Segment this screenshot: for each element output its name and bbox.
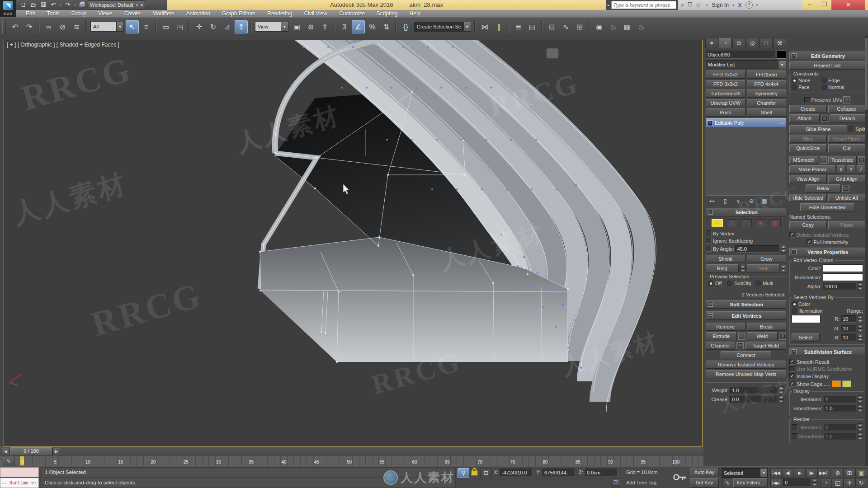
subobject-polygon-icon[interactable]: ■	[755, 219, 766, 227]
render-production-icon[interactable]: ♨	[635, 20, 648, 33]
cage-selected-color-swatch[interactable]	[842, 380, 851, 387]
g-spinner[interactable]	[858, 324, 863, 332]
make-planar-y-button[interactable]: Y	[847, 165, 855, 174]
slice-plane-button[interactable]: Slice Plane	[789, 125, 847, 133]
key-mode-dropdown[interactable]: Selected ▾	[722, 468, 768, 478]
modifier-button-push[interactable]: Push	[706, 108, 745, 117]
msmooth-button[interactable]: MSmooth	[789, 156, 818, 164]
subobject-vertex-icon[interactable]: ∴	[712, 219, 723, 227]
mini-curve-editor-button[interactable]: ∿	[3, 456, 14, 467]
full-interactivity-checkbox[interactable]: ✓	[807, 239, 812, 245]
by-vertex-checkbox[interactable]	[706, 230, 712, 236]
tab-utilities-icon[interactable]: ⚒	[773, 38, 786, 48]
search-input[interactable]	[611, 1, 676, 9]
modifier-list-dropdown[interactable]: Modifier List▾	[706, 60, 786, 69]
select-by-name-icon[interactable]: ≡	[140, 20, 153, 33]
make-planar-x-button[interactable]: X	[837, 165, 845, 174]
attach-button[interactable]: Attach	[789, 114, 820, 122]
shrink-button[interactable]: Shrink	[706, 255, 745, 263]
constraint-edge-radio[interactable]	[821, 78, 827, 83]
vertex-color-swatch[interactable]	[823, 264, 863, 272]
expand-icon[interactable]: +	[708, 302, 713, 307]
g-field[interactable]: 10	[841, 325, 856, 332]
modifier-button-ffd-box-[interactable]: FFD(box)	[747, 70, 787, 79]
absolute-mode-transform-icon[interactable]: ⊡	[480, 468, 492, 478]
render-setup-icon[interactable]: ♨	[607, 20, 620, 33]
relax-button[interactable]: Relax	[806, 184, 841, 192]
menu-help[interactable]: Help	[404, 10, 427, 17]
tessellate-settings-icon[interactable]	[858, 156, 865, 164]
b-field[interactable]: 10	[841, 334, 856, 341]
render-iterations-checkbox[interactable]	[792, 424, 797, 430]
rollout-edit-geometry[interactable]: – Edit Geometry	[789, 52, 865, 60]
expand-icon[interactable]: +	[707, 120, 713, 126]
cut-button[interactable]: Cut	[828, 144, 866, 152]
redo-dropdown-icon[interactable]: ▾	[73, 3, 77, 7]
constraint-none-radio[interactable]	[792, 78, 797, 83]
collapse-icon[interactable]: –	[708, 313, 713, 318]
menu-views[interactable]: Views	[92, 10, 118, 17]
select-object-icon[interactable]: ↖	[126, 20, 139, 33]
show-cage-checkbox[interactable]: ✓	[789, 381, 795, 387]
constraint-face-radio[interactable]	[792, 84, 797, 90]
modifier-button-symmetry[interactable]: Symmetry	[747, 89, 787, 98]
open-file-icon[interactable]: 🗁	[29, 1, 38, 9]
alpha-field[interactable]: 100.0	[823, 283, 856, 290]
percent-snap-toggle-icon[interactable]: %	[366, 20, 379, 33]
material-editor-icon[interactable]: ◉	[593, 20, 606, 33]
restore-button[interactable]: ❐	[817, 0, 831, 10]
z-coordinate-field[interactable]: 0.0cm	[585, 469, 618, 476]
modifier-button-turbosmooth[interactable]: TurboSmooth	[706, 89, 745, 98]
undo-icon[interactable]: ↶	[49, 1, 58, 9]
display-smoothness-field[interactable]: 1.0	[824, 405, 856, 412]
search-binoculars-icon[interactable]: ⌕	[681, 1, 684, 9]
y-coordinate-field[interactable]: 67569144.	[542, 469, 575, 476]
extrude-settings-icon[interactable]	[738, 333, 745, 340]
select-and-link-icon[interactable]: ∞	[42, 20, 55, 33]
help-dropdown-icon[interactable]: ▾	[756, 3, 758, 7]
reset-plane-button[interactable]: Reset Plane	[828, 135, 866, 143]
auto-key-button[interactable]: Auto Key	[690, 468, 719, 477]
search-expand-icon[interactable]: ▸	[608, 3, 610, 7]
menu-customize[interactable]: Customize	[333, 10, 371, 17]
tessellate-button[interactable]: Tessellate	[828, 156, 857, 164]
r-field[interactable]: 10	[841, 315, 856, 323]
menu-rendering[interactable]: Rendering	[261, 10, 298, 17]
previous-frame-arrow[interactable]: ◀	[2, 448, 9, 455]
ring-spinner[interactable]	[740, 265, 745, 272]
preserve-uvs-settings-icon[interactable]	[843, 96, 850, 103]
zoom-region-icon[interactable]: ◱	[832, 478, 844, 488]
favorites-star-icon[interactable]: ☆	[696, 2, 701, 9]
workspace-menu-icon[interactable]: ≡	[141, 3, 143, 7]
selection-filter-dropdown[interactable]: All▾	[90, 22, 124, 32]
weight-field[interactable]: 1.0	[730, 387, 777, 394]
grow-button[interactable]: Grow	[747, 255, 787, 263]
select-by-illumination-radio[interactable]	[792, 308, 797, 314]
display-iterations-spinner[interactable]	[858, 395, 863, 403]
scene-explorer-icon[interactable]: ⊟	[545, 20, 558, 33]
msmooth-settings-icon[interactable]	[820, 156, 827, 164]
keyboard-shortcut-override-icon[interactable]: ⇧	[318, 20, 331, 33]
illumination-swatch[interactable]	[823, 273, 863, 281]
maxscript-mini-listener[interactable]: -- Runtime e:	[0, 478, 39, 488]
time-slider[interactable]: ◀ 0 / 100 ▶	[0, 446, 703, 455]
play-animation-icon[interactable]: ▶	[794, 468, 806, 478]
exchange-apps-icon[interactable]: X	[738, 2, 742, 9]
next-frame-icon[interactable]: |▶	[806, 468, 817, 478]
display-smoothness-spinner[interactable]	[858, 404, 863, 412]
go-to-end-icon[interactable]: ▶▶|	[817, 468, 829, 478]
undo-dropdown-icon[interactable]: ▾	[59, 3, 62, 7]
menu-animation[interactable]: Animation	[180, 10, 216, 17]
quickslice-button[interactable]: QuickSlice	[789, 144, 827, 152]
split-checkbox[interactable]	[849, 127, 854, 132]
named-selection-set-dropdown[interactable]: Create Selection Se▾	[414, 22, 471, 32]
isoline-display-checkbox[interactable]: ✓	[789, 373, 795, 379]
menu-edit[interactable]: Edit	[20, 10, 41, 17]
time-configuration-icon[interactable]: ◔	[820, 478, 832, 488]
tab-display-icon[interactable]: □	[760, 38, 773, 48]
ring-button[interactable]: Ring	[706, 264, 739, 272]
select-and-scale-icon[interactable]: ⊿	[221, 20, 234, 33]
repeat-last-button[interactable]: Repeat Last	[789, 61, 865, 70]
spinner-snap-toggle-icon[interactable]: ⇅	[380, 20, 393, 33]
loop-spinner[interactable]	[781, 265, 786, 272]
